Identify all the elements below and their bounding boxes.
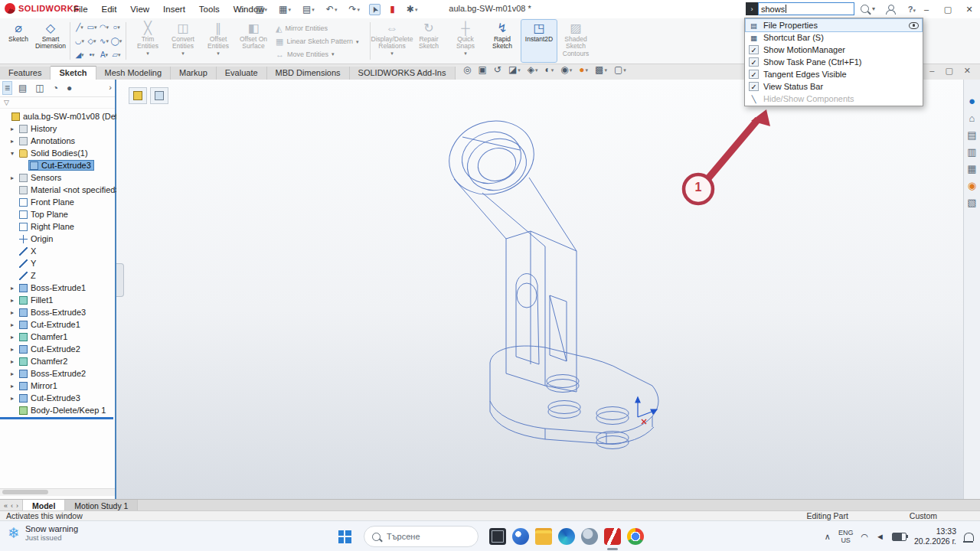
sketch-entity-button[interactable]: ◯​ — [111, 34, 122, 48]
taskbar-app-button[interactable] — [624, 525, 647, 548]
ribbon-stack-tool[interactable]: ▦ Linear Sketch Pattern — [276, 37, 366, 47]
ribbon-tool-button[interactable]: ◧ Offset On Surface — [236, 20, 271, 62]
ribbon-stack-tool[interactable]: ◭ Mirror Entities — [276, 24, 366, 34]
menu-item[interactable]: Edit — [102, 5, 117, 14]
tree-item[interactable]: Z — [0, 269, 115, 282]
sketch-entity-button[interactable]: •​ — [87, 48, 97, 62]
panel-tab[interactable]: ◫ — [34, 82, 45, 94]
tree-item[interactable]: Front Plane — [0, 196, 115, 208]
scrollbar-thumb[interactable] — [2, 490, 48, 494]
search-result-item[interactable]: ╲ Hide/Show Components — [746, 93, 922, 105]
expand-arrow-icon[interactable] — [11, 383, 18, 390]
expand-arrow-icon[interactable] — [11, 297, 18, 304]
tree-item[interactable]: Annotations — [0, 135, 115, 147]
document-tab-icon[interactable] — [150, 87, 168, 104]
clock[interactable]: 13:33 20.2.2026 г. — [914, 527, 956, 546]
chevron-down-icon[interactable] — [604, 67, 607, 73]
tree-item[interactable]: Boss-Extrude3 — [0, 306, 115, 318]
chevron-down-icon[interactable]: ​ — [92, 52, 95, 57]
chevron-down-icon[interactable]: ​ — [81, 52, 84, 57]
chevron-down-icon[interactable]: ​ — [93, 38, 96, 44]
tab-scroll-arrow-icon[interactable]: › — [16, 502, 18, 510]
taskbar-app-button[interactable] — [555, 525, 578, 548]
ribbon-tool-button[interactable]: ╳ Trim Entities — [130, 20, 165, 62]
view-tool-button[interactable]: ◎ — [463, 65, 471, 74]
chevron-down-icon[interactable] — [265, 7, 268, 12]
search-icon[interactable] — [861, 5, 869, 13]
window-control-button[interactable]: – — [916, 0, 937, 18]
search-input[interactable]: shows — [758, 2, 854, 15]
expand-arrow-icon[interactable] — [11, 126, 18, 132]
tree-item[interactable]: Cut-Extrude3 — [0, 159, 115, 171]
panel-flyout-arrow[interactable]: › — [109, 83, 112, 92]
chevron-down-icon[interactable]: ​ — [117, 24, 120, 30]
tree-item[interactable]: Y — [0, 257, 115, 269]
menu-item[interactable]: Tools — [199, 5, 220, 14]
sketch-entity-button[interactable]: ◢​ — [74, 48, 85, 62]
command-tab[interactable]: Features — [0, 67, 51, 80]
search-chevron-icon[interactable]: ▾ — [872, 5, 875, 12]
tree-item[interactable]: Fillet1 — [0, 294, 115, 306]
quick-tool-button[interactable]: ↶ — [324, 3, 340, 15]
taskpane-icon[interactable]: ▦ — [967, 164, 976, 174]
taskpane-icon[interactable]: ▤ — [967, 130, 976, 140]
document-window-control[interactable]: ✕ — [964, 66, 971, 76]
search-result-item[interactable]: ▦ Shortcut Bar (S) — [746, 31, 922, 44]
taskpane-icon[interactable]: ▧ — [967, 197, 976, 207]
view-tool-button[interactable]: ▣ — [478, 65, 486, 74]
quick-tool-button[interactable]: ➤ — [369, 4, 381, 15]
quick-tool-button[interactable]: ✱ — [404, 3, 420, 15]
tree-horizontal-scrollbar[interactable] — [0, 488, 115, 496]
chevron-down-icon[interactable]: ​ — [106, 52, 109, 57]
tree-item[interactable]: Body-Delete/Keep 1 — [0, 404, 115, 416]
chevron-down-icon[interactable] — [312, 7, 315, 12]
tree-item[interactable]: Cut-Extrude1 — [0, 318, 115, 331]
search-result-item[interactable]: ▤ File Properties — [746, 19, 922, 31]
chevron-down-icon[interactable]: ​ — [82, 38, 85, 44]
ribbon-tool-button[interactable]: ↯ Rapid Sketch — [485, 20, 520, 62]
chevron-down-icon[interactable] — [518, 67, 521, 73]
expand-arrow-icon[interactable] — [11, 370, 18, 377]
view-tool-button[interactable]: ▢ — [614, 65, 626, 74]
sketch-entity-button[interactable]: ○​ — [111, 21, 122, 34]
sketch-entity-button[interactable]: ∿​ — [99, 34, 109, 48]
ribbon-tool-button[interactable]: ∥ Offset Entities — [201, 20, 236, 62]
command-tab[interactable]: Mesh Modeling — [96, 67, 172, 80]
ribbon-tool-button[interactable]: ┼ Quick Snaps — [448, 20, 483, 62]
chevron-down-icon[interactable]: ​ — [80, 24, 83, 30]
start-button[interactable] — [333, 525, 356, 548]
menu-item[interactable]: File — [74, 5, 88, 14]
document-window-control[interactable]: – — [929, 66, 934, 76]
expand-arrow-icon[interactable] — [11, 150, 18, 157]
chevron-down-icon[interactable] — [551, 67, 554, 73]
tree-item[interactable]: Sensors — [0, 171, 115, 184]
rollback-bar[interactable] — [0, 417, 113, 419]
tree-item[interactable]: Cut-Extrude3 — [0, 392, 115, 404]
search-result-item[interactable]: Show Task Pane (Ctrl+F1) — [746, 56, 922, 68]
battery-icon[interactable] — [892, 533, 906, 541]
study-tab[interactable]: Model — [23, 500, 65, 511]
taskbar-app-button[interactable] — [578, 525, 601, 548]
command-tab[interactable]: Sketch — [51, 66, 96, 80]
chevron-down-icon[interactable]: ​ — [118, 52, 121, 57]
command-tab[interactable]: Markup — [171, 67, 217, 80]
sketch-entity-button[interactable]: ◇​ — [87, 34, 97, 48]
quick-tool-button[interactable]: ▤ — [300, 3, 317, 15]
view-tool-button[interactable]: ● — [579, 65, 588, 74]
taskbar-app-button[interactable] — [509, 525, 532, 548]
chevron-down-icon[interactable]: ​ — [119, 38, 122, 44]
eye-icon[interactable] — [909, 22, 919, 29]
taskbar-app-button[interactable] — [601, 525, 624, 548]
chevron-down-icon[interactable] — [390, 51, 394, 56]
tree-item[interactable]: Solid Bodies(1) — [0, 147, 115, 159]
document-window-control[interactable]: ▢ — [945, 66, 952, 76]
menu-item[interactable]: View — [130, 5, 149, 14]
chevron-down-icon[interactable] — [464, 51, 467, 56]
tree-item[interactable]: Top Plane — [0, 208, 115, 220]
command-tab[interactable]: MBD Dimensions — [267, 67, 350, 80]
chevron-down-icon[interactable]: ​ — [106, 24, 109, 30]
sketch-entity-button[interactable]: ◡​ — [74, 34, 85, 48]
tab-scroll-arrow-icon[interactable]: « — [4, 502, 8, 510]
chevron-down-icon[interactable] — [357, 7, 360, 12]
tray-chevron-icon[interactable]: ∧ — [825, 532, 831, 542]
